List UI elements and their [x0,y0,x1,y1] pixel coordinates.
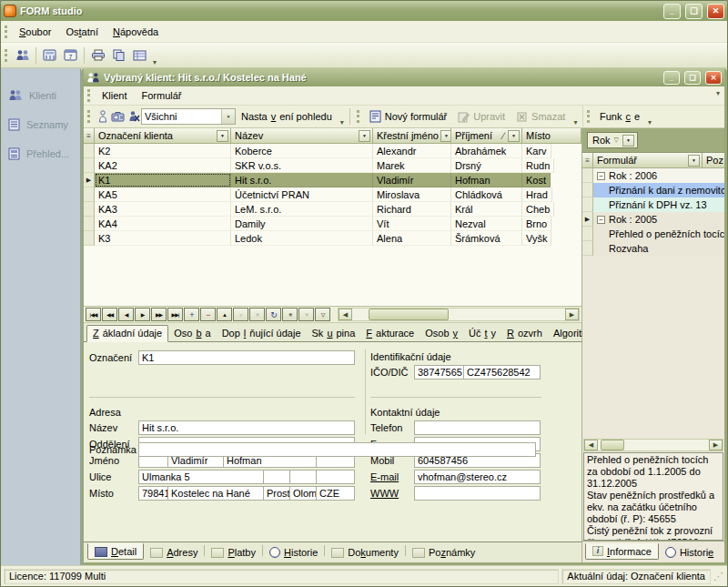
table-row[interactable]: KA4DamilyVítNezvalBrno [84,217,581,231]
scroll-left-icon[interactable]: ◀ [339,309,352,320]
sidebar-item-klienti[interactable]: Klienti [1,81,80,110]
oznaceni-field[interactable]: K1 [138,350,355,365]
column-header-oznaceni[interactable]: Označení klienta▼ [95,128,231,144]
toolbar1-overflow[interactable]: ▾ [340,118,344,127]
tree-item-row[interactable]: Přehled o peněžních tocích [582,227,724,241]
nav-insert-button[interactable]: + [184,308,199,321]
table-row-selected[interactable]: ▶ K1Hit s.r.o.VladimírHofmanKost [84,173,581,187]
nav-post-button[interactable]: ✓ [233,308,248,321]
menu-klient[interactable]: Klient [95,87,135,104]
tab-historie[interactable]: Historie [263,545,324,560]
tab-ucty[interactable]: Účty [463,326,501,342]
client-menubar-overflow[interactable]: ▾ [716,89,720,98]
nav-last-button[interactable]: ▶▶| [167,308,183,321]
sidebar-item-seznamy[interactable]: Seznamy [1,110,80,139]
print-icon[interactable] [87,46,108,65]
tree-item-row-selected[interactable]: Přiznání k dani z nemovitostí vz [582,183,724,197]
table-row[interactable]: KA2SKR v.o.s.MarekDrsnýRudn [84,158,581,173]
tab-skupina[interactable]: Skupina [307,326,361,342]
resize-grip[interactable]: ⋰ [713,571,724,582]
nav-filter-button[interactable]: ▽ [315,308,330,321]
dic-field[interactable]: CZ475628542 [464,365,541,380]
ico-field[interactable]: 38747565 [414,365,464,380]
client-maximize-button[interactable]: ❑ [684,71,701,85]
close-button[interactable]: ✕ [707,4,724,19]
menu-napoveda[interactable]: Nápověda [106,24,166,40]
poznamka-field[interactable] [138,442,536,457]
sidebar-item-prehled[interactable]: Přehled... [1,139,80,168]
scroll-left-icon[interactable]: ◀ [584,440,598,450]
telefon-field[interactable] [414,420,541,435]
view-settings-button[interactable]: Nastavení pohledu [236,109,338,124]
group-field-rok-button[interactable]: Rok ▽ ▼ [587,132,638,148]
client-filter-combobox[interactable]: Všichni ▼ [141,108,236,125]
tab-doplnujici-udaje[interactable]: Doplňující údaje [217,326,307,342]
table-row[interactable]: KA5Účetnictví PRANMiroslavaChládkováHrad [84,187,581,202]
group-filter-icon[interactable]: ▼ [622,135,634,147]
functions-button[interactable]: Funkce [594,109,645,124]
tab-adresy[interactable]: Adresy [144,545,204,560]
tab-historie-info[interactable]: Historie [659,545,720,560]
forms-horizontal-scrollbar[interactable]: ◀ ▶ [583,439,723,451]
collapse-icon[interactable]: − [597,216,605,224]
tab-poznamky[interactable]: Poznámky [406,545,481,560]
column-header-nazev[interactable]: Název▼ [231,128,373,144]
client-menubar-grip[interactable] [87,89,90,102]
tab-fakturace[interactable]: Fakturace [360,326,420,342]
nav-refresh-button[interactable]: ↻ [266,308,281,321]
grid-corner-button[interactable]: ≡ [84,128,95,144]
client-close-button[interactable]: ✕ [705,71,722,85]
tab-osoba[interactable]: Osoba [168,326,216,342]
tab-informace[interactable]: i Informace [585,543,659,560]
maximize-button[interactable]: ❑ [685,4,703,19]
menu-ostatni[interactable]: Ostatní [58,24,105,40]
tab-detail[interactable]: Detail [87,543,144,560]
menubar-grip[interactable] [5,25,7,38]
tab-osoby[interactable]: Osoby [420,326,463,342]
nazev-field[interactable]: Hit s.r.o. [138,420,355,435]
tree-item-row[interactable]: Rozvaha [582,241,724,256]
tab-rozvrh[interactable]: Rozvrh [501,326,548,342]
nav-search-button[interactable]: ✳ [282,308,298,321]
nav-first-button[interactable]: |◀◀ [86,308,101,321]
scrollbar-thumb[interactable] [601,440,624,450]
table-row[interactable]: K2KoberceAlexandrAbrahámekKarv [84,144,581,158]
column-header-krestni[interactable]: Křestní jméno▼ [373,128,451,144]
scroll-right-icon[interactable]: ▶ [565,309,579,320]
tree-item-row[interactable]: Přiznání k DPH vz. 13 [582,197,724,212]
combobox-arrow-icon[interactable]: ▼ [221,109,235,124]
calculator-icon[interactable] [39,46,60,65]
tab-platby[interactable]: Platby [205,545,262,560]
client-minimize-button[interactable]: _ [663,71,680,85]
functions-toolbar-grip[interactable] [587,110,590,123]
grid-horizontal-scrollbar[interactable]: ◀ ▶ [338,308,580,321]
table-row[interactable]: KA3LeM. s.r.o.RichardKrálCheb [84,202,581,217]
column-header-prijmeni[interactable]: Příjmení∕▼ [451,128,522,144]
client-toolbar-grip[interactable] [87,110,90,123]
tree-group-row-current[interactable]: ▶ −Rok : 2005 [582,212,724,227]
list-icon[interactable] [129,46,150,65]
column-header-formular[interactable]: Formulář▼ [593,153,703,168]
toolbar-grip[interactable] [5,49,7,62]
copy-icon[interactable] [108,46,129,65]
delete-button[interactable]: Smazat [511,109,571,125]
nav-edit-button[interactable]: ▲ [217,308,232,321]
nav-prior-button[interactable]: ◀ [118,308,134,321]
new-form-button[interactable]: Nový formulář [364,108,452,125]
nav-prior-page-button[interactable]: ◀◀ [102,308,117,321]
column-header-poznamka[interactable]: Poz [703,153,724,168]
tree-group-row[interactable]: −Rok : 2006 [582,168,724,183]
toolbar2-overflow[interactable]: ▾ [573,118,577,127]
person-icon[interactable] [95,109,110,124]
client-card-icon[interactable] [110,109,126,124]
delete-client-icon[interactable] [126,109,141,124]
forms-grid-corner[interactable]: ≡ [582,153,593,168]
menu-soubor[interactable]: Soubor [12,24,58,40]
nav-delete-button[interactable]: − [200,308,216,321]
scroll-right-icon[interactable]: ▶ [709,440,723,450]
minimize-button[interactable]: _ [663,4,681,19]
nav-cancel-button[interactable]: ✕ [249,308,265,321]
tab-dokumenty[interactable]: Dokumenty [325,545,405,560]
clients-icon[interactable] [12,46,33,65]
edit-button[interactable]: Upravit [452,109,511,125]
